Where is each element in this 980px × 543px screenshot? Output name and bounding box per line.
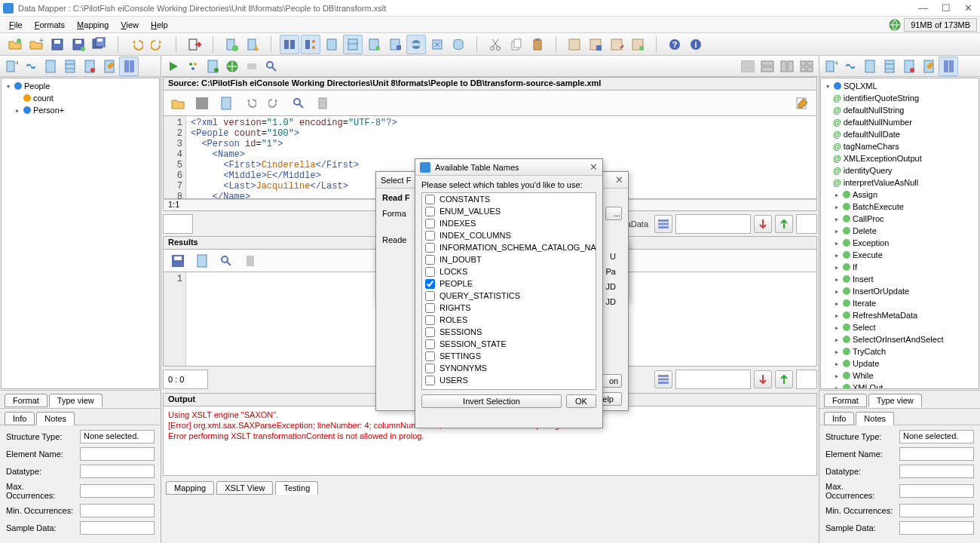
info-value[interactable]	[899, 521, 974, 535]
left-tool-doc3-icon[interactable]	[80, 57, 100, 76]
down-arrow-button-bottom[interactable]	[754, 370, 772, 388]
cut-button[interactable]	[485, 35, 505, 54]
up-arrow-button-top[interactable]	[775, 215, 793, 233]
menu-mapping[interactable]: Mapping	[71, 19, 115, 31]
table-checkbox[interactable]	[425, 255, 435, 265]
ok-button[interactable]: OK	[566, 394, 596, 408]
table-option[interactable]: INDEXES	[422, 217, 596, 229]
import-button[interactable]	[222, 35, 241, 54]
copy-button[interactable]	[507, 35, 526, 54]
tab-info-right[interactable]: Info	[824, 412, 854, 425]
search-source-button[interactable]	[289, 94, 308, 113]
web-button[interactable]	[222, 57, 242, 76]
map-view-6-button[interactable]	[385, 35, 405, 54]
tree-attr[interactable]: @defaultNullDate	[822, 128, 977, 140]
layout-3-button[interactable]	[777, 57, 797, 76]
menu-help[interactable]: Help	[145, 19, 174, 31]
map-view-7-button[interactable]	[406, 35, 426, 54]
table-checkbox[interactable]	[425, 279, 435, 289]
tree-attr[interactable]: @defaultNullNumber	[822, 116, 977, 128]
tree-node[interactable]: ▸Update	[822, 357, 977, 370]
table-checkbox[interactable]	[425, 231, 435, 241]
right-tool-link-icon[interactable]	[841, 57, 860, 76]
tree-root[interactable]: ▾People	[3, 80, 158, 92]
tree-root[interactable]: ▾SQLXML	[822, 80, 977, 92]
info-button[interactable]: i	[686, 35, 706, 54]
invert-selection-button[interactable]: Invert Selection	[421, 394, 562, 408]
tree-node[interactable]: ▸If	[822, 261, 977, 273]
new-format-button[interactable]: +	[26, 35, 46, 54]
table-checkbox[interactable]	[425, 327, 435, 337]
tree-attr[interactable]: @identifierQuoteString	[822, 92, 977, 104]
table-checkbox[interactable]	[425, 315, 435, 325]
table-option[interactable]: SESSION_STATE	[422, 338, 596, 350]
run-config-button[interactable]	[183, 57, 203, 76]
table-checkbox[interactable]	[425, 207, 435, 216]
tree-node[interactable]: ▸Delete	[822, 225, 977, 237]
table-option[interactable]: QUERY_STATISTICS	[422, 290, 596, 302]
table-checkbox[interactable]	[425, 195, 435, 204]
clipboard-source-button[interactable]	[313, 94, 332, 113]
info-value[interactable]	[899, 447, 974, 461]
search-mid-button[interactable]	[262, 57, 281, 76]
table-option[interactable]: INDEX_COLUMNS	[422, 229, 596, 241]
window-maximize-icon[interactable]: ☐	[942, 2, 951, 14]
tree-node[interactable]: count	[3, 92, 158, 104]
doc-source-button[interactable]	[216, 94, 236, 113]
exit-button[interactable]	[185, 35, 204, 54]
right-tool-doc1-icon[interactable]	[860, 57, 880, 76]
down-arrow-button-top[interactable]	[754, 215, 772, 233]
palette-1-button[interactable]	[565, 35, 584, 54]
export-button[interactable]	[243, 35, 262, 54]
list-view-button-bottom[interactable]	[654, 370, 672, 388]
left-tool-doc1-icon[interactable]	[41, 57, 60, 76]
filter-box-bottom[interactable]	[675, 370, 751, 389]
table-option[interactable]: INFORMATION_SCHEMA_CATALOG_NAME	[422, 241, 596, 253]
table-option[interactable]: RIGHTS	[422, 302, 596, 314]
tree-node[interactable]: ▸InsertOrUpdate	[822, 285, 977, 297]
table-option[interactable]: PEOPLE	[422, 278, 596, 290]
save-button[interactable]	[47, 35, 67, 54]
right-tool-add-icon[interactable]: +	[821, 57, 841, 76]
tree-node[interactable]: ▸RefreshMetaData	[822, 309, 977, 321]
layout-1-button[interactable]	[738, 57, 758, 76]
right-tree[interactable]: ▾SQLXML@identifierQuoteString@defaultNul…	[820, 78, 979, 389]
map-view-3-button[interactable]	[322, 35, 341, 54]
undo-button[interactable]	[127, 35, 146, 54]
open-format-button[interactable]	[5, 35, 25, 54]
list-view-button-top[interactable]	[654, 215, 672, 233]
redo-source-button[interactable]	[265, 94, 284, 113]
left-tool-view-icon[interactable]	[119, 57, 139, 76]
doc-results-button[interactable]	[192, 251, 212, 271]
info-value[interactable]	[80, 447, 155, 461]
palette-2-button[interactable]	[586, 35, 605, 54]
right-tool-doc3-icon[interactable]	[899, 57, 919, 76]
info-value[interactable]	[80, 521, 155, 535]
window-minimize-icon[interactable]: —	[918, 2, 928, 14]
tab-notes-left[interactable]: Notes	[36, 412, 75, 425]
table-dialog-close-icon[interactable]: ✕	[590, 161, 598, 173]
tree-node[interactable]: ▸Execute	[822, 249, 977, 261]
table-checkbox[interactable]	[425, 219, 435, 229]
tab-typeview-left[interactable]: Type view	[49, 394, 103, 407]
tree-attr[interactable]: @interpretValueAsNull	[822, 176, 977, 189]
table-option[interactable]: USERS	[422, 374, 596, 386]
left-tool-add-icon[interactable]: +	[2, 57, 21, 76]
tree-node[interactable]: ▸XMLOut	[822, 382, 977, 389]
save-all-button[interactable]	[90, 35, 109, 54]
tab-xslt-view[interactable]: XSLT View	[216, 481, 273, 495]
info-value[interactable]	[899, 504, 974, 517]
paste-button[interactable]	[528, 35, 547, 54]
table-checkbox[interactable]	[425, 303, 435, 313]
tree-node[interactable]: ▸Iterate	[822, 297, 977, 309]
info-value[interactable]: None selected.	[899, 430, 974, 443]
tree-node[interactable]: ▸Insert	[822, 273, 977, 285]
tree-node[interactable]: ▸Select	[822, 321, 977, 333]
tab-typeview-right[interactable]: Type view	[868, 394, 922, 407]
menu-file[interactable]: File	[3, 19, 29, 31]
info-value[interactable]	[80, 504, 155, 517]
tree-node[interactable]: ▸BatchExecute	[822, 201, 977, 213]
info-value[interactable]	[80, 465, 155, 478]
tree-attr[interactable]: @tagNameChars	[822, 140, 977, 152]
browse-button[interactable]: ...	[605, 207, 622, 220]
